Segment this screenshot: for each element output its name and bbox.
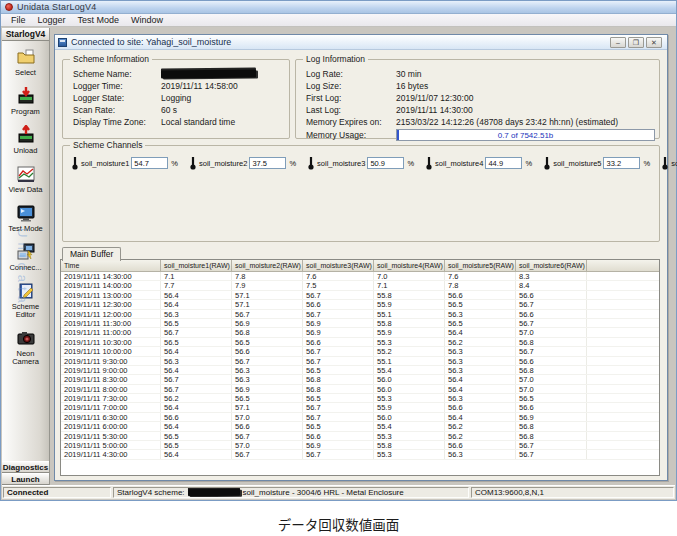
table-row[interactable]: 2019/11/11 7:00:0056.457.156.755.956.656… <box>61 403 659 412</box>
channel-value-input[interactable]: 54.7 <box>131 157 168 169</box>
table-row[interactable]: 2019/11/11 13:00:0056.457.156.755.856.65… <box>61 291 659 300</box>
column-header-soil-moisture4-raw[interactable]: soil_moisture4(RAW) <box>374 260 445 271</box>
cell-value: 56.5 <box>445 300 516 308</box>
cell-value: 56.3 <box>445 347 516 355</box>
channel-value-input[interactable]: 44.9 <box>485 157 522 169</box>
table-row[interactable]: 2019/11/11 10:30:0056.556.556.655.356.25… <box>61 338 659 347</box>
tab-main-buffer[interactable]: Main Buffer <box>62 247 121 261</box>
column-header-soil-moisture2-raw[interactable]: soil_moisture2(RAW) <box>232 260 303 271</box>
scheme-information-legend: Scheme Information <box>70 54 152 64</box>
channel-value-input[interactable]: 33.2 <box>603 157 640 169</box>
sidebar-header[interactable]: StarlogV4 <box>2 28 49 41</box>
cell-time: 2019/11/11 7:00:00 <box>61 403 161 411</box>
restore-button[interactable]: ❐ <box>628 37 644 48</box>
sidebar-item-neon-camera[interactable]: Neon Camera <box>2 328 50 366</box>
camera-icon <box>16 328 36 348</box>
sidebar-item-unload[interactable]: Unload <box>2 125 50 155</box>
menu-item-file[interactable]: File <box>5 15 32 25</box>
sidebar-item-program[interactable]: Program <box>2 86 50 116</box>
channel-value-input[interactable]: 50.9 <box>367 157 404 169</box>
table-row[interactable]: 2019/11/11 6:30:0056.657.056.756.056.456… <box>61 413 659 422</box>
cell-time: 2019/11/11 10:30:00 <box>61 338 161 346</box>
table-row[interactable]: 2019/11/11 8:00:0056.756.956.856.056.457… <box>61 385 659 394</box>
main-area: StarlogV4 SelectProgramUnloadView DataTe… <box>2 28 675 485</box>
sidebar-item-select[interactable]: Select <box>2 47 50 77</box>
cell-value: 56.6 <box>445 291 516 299</box>
table-row[interactable]: 2019/11/11 9:30:0056.356.756.755.156.356… <box>61 357 659 366</box>
table-row[interactable]: 2019/11/11 12:30:0056.457.156.655.956.55… <box>61 300 659 309</box>
cell-value: 7.9 <box>232 281 303 289</box>
menu-item-window[interactable]: Window <box>125 15 169 25</box>
field-log-size: Log Size:16 bytes <box>306 80 655 92</box>
thermometer-icon <box>661 156 669 170</box>
field-label: Log Rate: <box>306 69 396 79</box>
field-last-log: Last Log:2019/11/11 14:30:00 <box>306 104 655 116</box>
table-row[interactable]: 2019/11/11 8:30:0056.756.356.856.056.457… <box>61 375 659 384</box>
cell-value: 56.5 <box>232 394 303 402</box>
channel-label: soil_moisture2 <box>199 159 247 168</box>
close-button[interactable]: ✕ <box>646 37 662 48</box>
cell-value: 56.5 <box>161 338 232 346</box>
field-label: Log Size: <box>306 81 396 91</box>
app-titlebar[interactable]: Unidata StarLogV4 <box>1 1 676 14</box>
table-row[interactable]: 2019/11/11 9:00:0056.456.356.555.456.356… <box>61 366 659 375</box>
column-header-soil-moisture3-raw[interactable]: soil_moisture3(RAW) <box>303 260 374 271</box>
cell-value: 56.8 <box>303 385 374 393</box>
field-value: 60 s <box>161 105 177 115</box>
cell-value: 56.5 <box>303 422 374 430</box>
cell-time: 2019/11/11 4:30:00 <box>61 450 161 458</box>
field-value: Logging <box>161 93 191 103</box>
column-header-soil-moisture1-raw[interactable]: soil_moisture1(RAW) <box>161 260 232 271</box>
channel-value-input[interactable]: 37.5 <box>249 157 286 169</box>
cell-value: 56.3 <box>232 366 303 374</box>
cell-value: 55.9 <box>374 403 445 411</box>
table-row[interactable]: 2019/11/11 7:30:0056.256.556.555.356.356… <box>61 394 659 403</box>
cell-value: 55.4 <box>374 422 445 430</box>
field-label: Memory Usage: <box>306 130 396 140</box>
cell-value: 56.7 <box>303 310 374 318</box>
sidebar-item-connec[interactable]: Connec... <box>2 242 50 272</box>
table-row[interactable]: 2019/11/11 4:30:0056.456.756.755.356.356… <box>61 450 659 459</box>
cell-time: 2019/11/11 8:00:00 <box>61 385 161 393</box>
table-row[interactable]: 2019/11/11 5:30:0056.556.756.655.356.256… <box>61 432 659 441</box>
menu-item-test-mode[interactable]: Test Mode <box>72 15 126 25</box>
table-row[interactable]: 2019/11/11 14:30:007.17.87.67.07.68.3 <box>61 272 659 281</box>
field-label: Logger Time: <box>73 81 161 91</box>
column-header-soil-moisture6-raw[interactable]: soil_moisture6(RAW) <box>516 260 587 271</box>
column-header-filler <box>587 260 659 271</box>
table-row[interactable]: 2019/11/11 6:00:0056.456.656.555.456.256… <box>61 422 659 431</box>
panel-header-diagnostics[interactable]: Diagnostics <box>2 461 49 473</box>
table-row[interactable]: 2019/11/11 11:00:0056.756.856.955.956.45… <box>61 328 659 337</box>
cell-value: 57.0 <box>232 441 303 449</box>
table-row[interactable]: 2019/11/11 12:00:0056.356.756.755.156.35… <box>61 310 659 319</box>
table-row[interactable]: 2019/11/11 10:00:0056.456.656.755.256.35… <box>61 347 659 356</box>
cell-value: 56.4 <box>161 422 232 430</box>
cell-filler <box>587 300 659 308</box>
cell-value: 56.4 <box>161 347 232 355</box>
table-row[interactable]: 2019/11/11 14:00:007.77.97.57.17.88.4 <box>61 281 659 290</box>
scheme-editor-book-icon <box>16 281 36 301</box>
column-header-soil-moisture5-raw[interactable]: soil_moisture5(RAW) <box>445 260 516 271</box>
field-scheme-name: Scheme Name: <box>73 68 285 80</box>
menu-item-logger[interactable]: Logger <box>32 15 72 25</box>
sidebar-item-view-data[interactable]: View Data <box>2 164 50 194</box>
table-row[interactable]: 2019/11/11 5:00:0056.557.056.955.856.656… <box>61 441 659 450</box>
cell-value: 56.7 <box>516 441 587 449</box>
column-header-time[interactable]: Time <box>61 260 161 271</box>
cell-value: 56.2 <box>445 338 516 346</box>
cell-value: 55.8 <box>374 291 445 299</box>
site-window-titlebar[interactable]: Connected to site: Yahagi_soil_moisture … <box>55 35 667 50</box>
sidebar-item-test-mode[interactable]: Test Mode <box>2 203 50 233</box>
panel-header-launch[interactable]: Launch <box>2 473 49 485</box>
cell-value: 56.6 <box>232 347 303 355</box>
sidebar-item-scheme-editor[interactable]: Scheme Editor <box>2 281 50 319</box>
minimize-button[interactable]: – <box>610 37 626 48</box>
screenshot-caption: データ回収数値画面 <box>0 514 677 534</box>
table-row[interactable]: 2019/11/11 11:30:0056.556.956.955.856.55… <box>61 319 659 328</box>
field-display-time-zone: Display Time Zone:Local standard time <box>73 116 285 128</box>
unload-upload-icon <box>16 125 36 145</box>
cell-filler <box>587 403 659 411</box>
cell-value: 56.5 <box>303 366 374 374</box>
cell-value: 56.3 <box>445 310 516 318</box>
cell-value: 56.7 <box>516 319 587 327</box>
